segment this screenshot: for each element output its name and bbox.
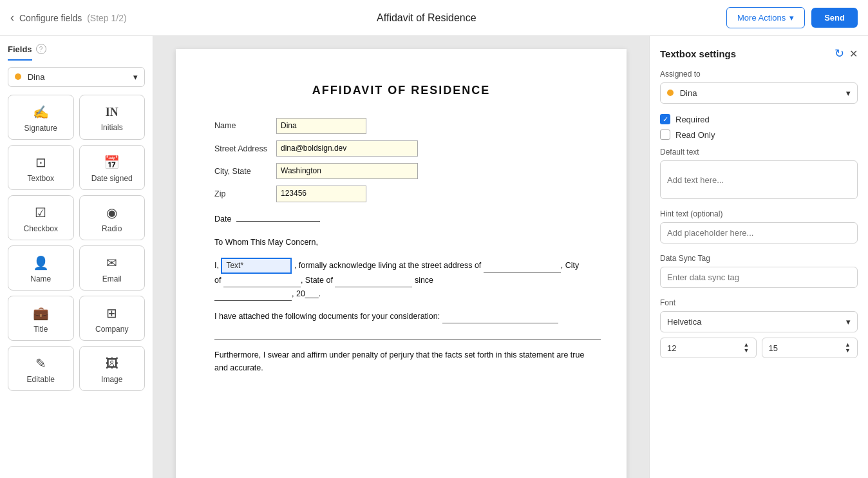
sidebar-item-email[interactable]: ✉ Email [79,245,146,291]
salutation: To Whom This May Concern, [214,236,588,249]
sidebar-item-image[interactable]: 🖼 Image [79,346,146,391]
zip-label: Zip [214,187,272,200]
city-row: City, State Washington [214,163,588,179]
textbox-icon: ⊡ [35,155,46,170]
sidebar-item-editable[interactable]: ✎ Editable [8,346,74,391]
help-icon[interactable]: ? [36,44,46,54]
street-row: Street Address dina@boldsign.dev [214,140,588,157]
font-dropdown[interactable]: Helvetica ▾ [660,311,858,332]
font-size-down[interactable]: ▼ [744,348,750,354]
name-label: Name [214,119,272,132]
sidebar-item-checkbox[interactable]: ☑ Checkbox [8,195,74,240]
fields-label: Fields [8,44,32,54]
city-label: City, State [214,165,272,178]
assigned-to-label: Assigned to [660,70,858,79]
city-blank [223,274,301,287]
sidebar-item-initials[interactable]: IN Initials [79,95,146,140]
assignee-dropdown[interactable]: Dina ▾ [8,67,145,87]
font-label: Font [660,298,858,307]
header: ‹ Configure fields (Step 1/2) Affidavit … [0,0,868,36]
date-underline [236,221,320,222]
document-body: To Whom This May Concern, I, Text* , for… [214,236,588,374]
sidebar-header: Fields ? [8,44,145,54]
checkbox-icon: ☑ [35,205,46,220]
field-grid: ✍ Signature IN Initials ⊡ Textbox 📅 Date… [8,95,145,391]
sidebar-item-name[interactable]: 👤 Name [8,245,74,291]
read-only-checkbox[interactable] [660,129,670,140]
default-text-label: Default text [660,148,858,157]
header-right: More Actions ▾ Send [726,7,858,28]
required-label: Required [675,115,710,124]
more-actions-button[interactable]: More Actions ▾ [726,7,805,28]
sidebar-item-title[interactable]: 💼 Title [8,296,74,341]
font-size-input[interactable]: 12 ▲ ▼ [660,338,757,358]
name-field[interactable]: Dina [276,118,366,134]
affirmation-paragraph: Furthermore, I swear and affirm under pe… [214,349,588,374]
signature-icon: ✍ [33,104,49,120]
document-page: AFFIDAVIT OF RESIDENCE Name Dina Street … [176,49,627,478]
title-icon: 💼 [33,305,49,321]
date-row: Date [214,213,588,225]
sidebar-item-radio[interactable]: ◉ Radio [79,195,146,240]
hint-text-input[interactable] [660,222,858,244]
read-only-label: Read Only [675,130,715,140]
editable-icon: ✎ [35,356,46,371]
sidebar: Fields ? Dina ▾ ✍ Signature IN Initials … [0,36,153,478]
document-area: AFFIDAVIT OF RESIDENCE Name Dina Street … [153,36,649,478]
document-heading: AFFIDAVIT OF RESIDENCE [214,81,588,100]
inline-text-field[interactable]: Text* [221,258,292,274]
sidebar-item-textbox[interactable]: ⊡ Textbox [8,145,74,190]
refresh-button[interactable]: ↻ [835,46,844,61]
sidebar-item-date-signed[interactable]: 📅 Date signed [79,145,146,190]
font-size-row: 12 ▲ ▼ 15 ▲ ▼ [660,338,858,358]
data-sync-label: Data Sync Tag [660,254,858,263]
sidebar-item-company[interactable]: ⊞ Company [79,296,146,341]
name-row: Name Dina [214,118,588,134]
font-row: Helvetica ▾ [660,311,858,332]
main-layout: Fields ? Dina ▾ ✍ Signature IN Initials … [0,36,868,478]
date-signed-icon: 📅 [104,155,120,170]
radio-icon: ◉ [106,205,117,220]
data-sync-input[interactable] [660,267,858,288]
name-icon: 👤 [33,255,49,271]
documents-paragraph: I have attached the following documents … [214,310,588,339]
panel-assignee-dot [667,90,674,96]
docs-blank-2 [214,326,601,339]
configure-label: Configure fields (Step 1/2) [19,13,127,23]
back-button[interactable]: ‹ [10,11,14,24]
street-label: Street Address [214,142,272,155]
send-button[interactable]: Send [811,8,858,28]
required-checkbox[interactable]: ✓ [660,114,670,124]
assignee-dot [15,73,21,80]
image-icon: 🖼 [106,356,118,371]
panel-title: Textbox settings [660,48,736,59]
document-title: Affidavit of Residence [377,12,476,24]
line-height-input[interactable]: 15 ▲ ▼ [762,338,858,358]
assigned-to-dropdown[interactable]: Dina ▾ [660,82,858,104]
email-icon: ✉ [106,255,117,271]
default-text-input[interactable] [660,160,858,199]
body-paragraph-1: I, Text* , formally acknowledge living a… [214,258,588,301]
street-field[interactable]: dina@boldsign.dev [276,140,418,157]
required-row: ✓ Required [660,114,858,124]
right-panel: Textbox settings ↻ ✕ Assigned to Dina ▾ … [649,36,868,478]
sidebar-item-signature[interactable]: ✍ Signature [8,95,74,140]
zip-row: Zip 123456 [214,186,588,202]
since-blank [214,287,292,301]
header-left: ‹ Configure fields (Step 1/2) [10,11,127,24]
initials-icon: IN [106,106,118,119]
sidebar-underline [8,59,32,61]
close-button[interactable]: ✕ [849,46,858,61]
line-height-down[interactable]: ▼ [845,348,851,354]
address-blank [484,259,561,272]
city-field[interactable]: Washington [276,163,418,179]
zip-field[interactable]: 123456 [276,186,366,202]
hint-text-label: Hint text (optional) [660,209,858,218]
panel-header: Textbox settings ↻ ✕ [660,46,858,61]
state-blank [335,274,412,287]
panel-actions: ↻ ✕ [835,46,858,61]
docs-blank [442,310,558,323]
company-icon: ⊞ [106,305,117,321]
read-only-row: Read Only [660,129,858,140]
